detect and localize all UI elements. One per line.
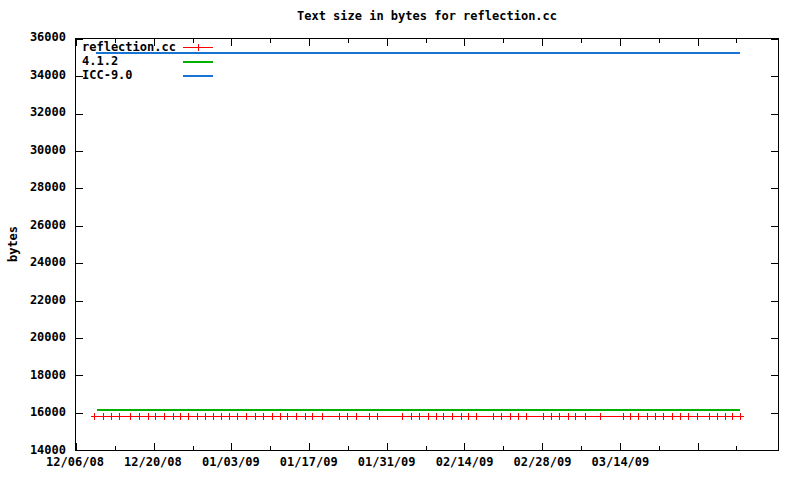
data-point-plus-marker (722, 413, 729, 420)
y-tick-major-mirror (771, 450, 778, 451)
data-point-plus-marker (677, 413, 684, 420)
data-point-plus-marker (565, 413, 572, 420)
x-tick-minor (426, 446, 427, 450)
x-tick-minor-mirror (426, 39, 427, 43)
data-point-plus-marker (490, 413, 497, 420)
data-point-plus-marker (234, 413, 241, 420)
legend-sample-line-icon (183, 74, 213, 77)
data-point-plus-marker (440, 413, 447, 420)
y-tick-label: 24000 (0, 256, 66, 269)
data-point-plus-marker (145, 413, 152, 420)
y-tick-major (76, 450, 83, 451)
y-tick-major (76, 114, 83, 115)
data-point-plus-marker (202, 413, 209, 420)
data-point-plus-marker (737, 413, 744, 420)
data-point-plus-marker (252, 413, 259, 420)
series-line-4-1-2 (97, 409, 740, 411)
data-point-plus-marker (218, 413, 225, 420)
x-tick-major-mirror (309, 39, 310, 46)
legend: reflection.cc 4.1.2 ICC-9.0 (80, 40, 260, 82)
data-point-plus-marker (353, 413, 360, 420)
legend-entry-icc-9-0: ICC-9.0 (80, 68, 260, 82)
data-point-plus-marker (729, 413, 736, 420)
data-point-plus-marker (523, 413, 530, 420)
x-tick-major (231, 443, 232, 450)
data-point-plus-marker (548, 413, 555, 420)
data-point-plus-marker (344, 413, 351, 420)
data-point-plus-marker (309, 413, 316, 420)
data-point-plus-marker (302, 413, 309, 420)
data-point-plus-marker (170, 413, 177, 420)
x-tick-minor-mirror (503, 39, 504, 43)
legend-sample-line-icon (183, 60, 213, 63)
y-tick-label: 20000 (0, 331, 66, 344)
x-tick-minor (115, 446, 116, 450)
y-tick-major (76, 151, 83, 152)
data-point-plus-marker (694, 413, 701, 420)
y-tick-major-mirror (771, 413, 778, 414)
x-tick-minor (503, 446, 504, 450)
data-point-plus-marker (582, 413, 589, 420)
data-point-plus-marker (293, 413, 300, 420)
data-point-plus-marker (660, 413, 667, 420)
data-point-plus-marker (620, 413, 627, 420)
legend-sample-line-icon (183, 46, 213, 49)
y-tick-label: 36000 (0, 31, 66, 44)
x-tick-label: 02/28/09 (502, 456, 582, 469)
y-tick-major (76, 413, 83, 414)
data-point-plus-marker (277, 413, 284, 420)
data-point-plus-marker (127, 413, 134, 420)
legend-entry-reflection-cc: reflection.cc (80, 40, 260, 54)
data-point-plus-marker (226, 413, 233, 420)
y-tick-major-mirror (771, 301, 778, 302)
y-tick-label: 30000 (0, 144, 66, 157)
x-tick-major-mirror (542, 39, 543, 46)
y-tick-major (76, 301, 83, 302)
x-tick-minor (581, 446, 582, 450)
y-tick-major-mirror (771, 76, 778, 77)
data-point-plus-marker (260, 413, 267, 420)
x-tick-major (154, 443, 155, 450)
x-tick-label: 01/31/09 (347, 456, 427, 469)
plot-area (75, 38, 779, 451)
y-tick-major (76, 375, 83, 376)
data-point-plus-marker (91, 413, 98, 420)
x-tick-label: 01/03/09 (191, 456, 271, 469)
x-tick-major-mirror (76, 39, 77, 46)
data-point-plus-marker (635, 413, 642, 420)
data-point-plus-marker (269, 413, 276, 420)
data-point-plus-marker (108, 413, 115, 420)
data-point-plus-marker (243, 413, 250, 420)
x-tick-major (387, 443, 388, 450)
data-point-plus-marker (540, 413, 547, 420)
y-tick-major-mirror (771, 226, 778, 227)
x-tick-major-mirror (698, 39, 699, 46)
y-tick-label: 22000 (0, 294, 66, 307)
data-point-plus-marker (425, 413, 432, 420)
x-tick-minor (659, 446, 660, 450)
x-tick-minor (270, 446, 271, 450)
data-point-plus-marker (399, 413, 406, 420)
data-point-plus-marker (714, 413, 721, 420)
x-tick-label: 01/17/09 (269, 456, 349, 469)
gnuplot-chart-canvas: { "chart_data": { "type": "line", "title… (0, 0, 800, 480)
data-point-plus-marker (685, 413, 692, 420)
y-tick-label: 32000 (0, 106, 66, 119)
legend-entry-4-1-2: 4.1.2 (80, 54, 260, 68)
data-point-plus-marker (644, 413, 651, 420)
y-tick-major (76, 188, 83, 189)
x-tick-major (620, 443, 621, 450)
x-tick-label: 03/14/09 (580, 456, 660, 469)
data-point-plus-marker (572, 413, 579, 420)
x-tick-label: 02/14/09 (425, 456, 505, 469)
y-tick-label: 34000 (0, 69, 66, 82)
y-tick-label: 18000 (0, 369, 66, 382)
y-tick-label: 28000 (0, 181, 66, 194)
x-tick-major (542, 443, 543, 450)
data-point-plus-marker (136, 413, 143, 420)
x-tick-major (698, 443, 699, 450)
y-tick-major-mirror (771, 39, 778, 40)
data-point-plus-marker (458, 413, 465, 420)
data-point-plus-marker (652, 413, 659, 420)
y-tick-label: 16000 (0, 406, 66, 419)
